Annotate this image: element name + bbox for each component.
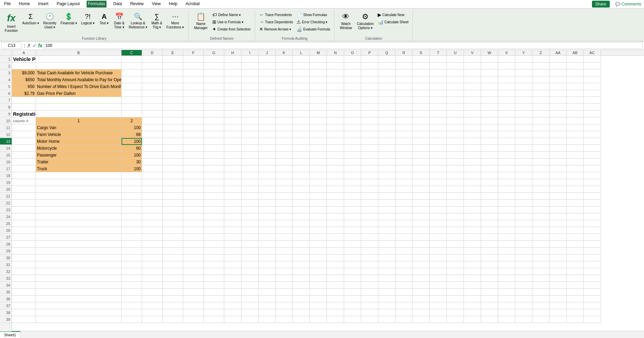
cell-AA29[interactable]: [550, 248, 567, 254]
cell-R36[interactable]: [395, 296, 413, 302]
cell-A28[interactable]: [12, 241, 36, 248]
cell-A2[interactable]: [12, 63, 36, 70]
row-num-7[interactable]: 7: [0, 97, 12, 104]
cell-G21[interactable]: [204, 193, 224, 200]
cell-S27[interactable]: [413, 234, 430, 241]
cell-AB11[interactable]: [567, 124, 584, 131]
cell-G37[interactable]: [204, 302, 224, 309]
cell-S36[interactable]: [413, 296, 430, 302]
cell-S15[interactable]: [413, 152, 430, 159]
cell-J26[interactable]: [258, 227, 276, 234]
cell-L32[interactable]: [293, 268, 310, 275]
cell-D9[interactable]: [142, 111, 163, 117]
cell-C1[interactable]: [122, 56, 142, 63]
cell-E8[interactable]: [163, 104, 183, 111]
cell-P19[interactable]: [361, 179, 378, 186]
cell-Z11[interactable]: [532, 124, 550, 131]
cell-B20[interactable]: [36, 186, 122, 193]
cell-R7[interactable]: [395, 97, 413, 104]
remove-arrows-btn[interactable]: ✕ Remove Arrows ▾: [258, 26, 294, 33]
cell-O5[interactable]: [344, 83, 361, 90]
cell-D14[interactable]: [142, 145, 163, 152]
cell-F37[interactable]: [183, 302, 204, 309]
cell-K20[interactable]: [276, 186, 293, 193]
cell-P31[interactable]: [361, 261, 378, 268]
cell-H22[interactable]: [224, 200, 241, 206]
cell-I27[interactable]: [241, 234, 258, 241]
cell-J25[interactable]: [258, 220, 276, 227]
cell-C32[interactable]: [122, 268, 142, 275]
cell-F14[interactable]: [183, 145, 204, 152]
cell-S38[interactable]: [413, 309, 430, 316]
cell-A29[interactable]: [12, 248, 36, 254]
cell-U8[interactable]: [447, 104, 464, 111]
cell-AC19[interactable]: [584, 179, 601, 186]
cell-X39[interactable]: [498, 316, 515, 323]
cell-P14[interactable]: [361, 145, 378, 152]
cell-T12[interactable]: [430, 131, 447, 138]
cell-E30[interactable]: [163, 254, 183, 261]
cell-M16[interactable]: [310, 159, 327, 165]
cell-Y13[interactable]: [515, 138, 532, 145]
cell-C20[interactable]: [122, 186, 142, 193]
cell-I19[interactable]: [241, 179, 258, 186]
cell-Z34[interactable]: [532, 282, 550, 289]
cell-J8[interactable]: [258, 104, 276, 111]
cell-T25[interactable]: [430, 220, 447, 227]
cell-H23[interactable]: [224, 206, 241, 213]
row-num-16[interactable]: 16: [0, 159, 12, 165]
cell-H21[interactable]: [224, 193, 241, 200]
row-num-33[interactable]: 33: [0, 275, 12, 282]
cell-Q26[interactable]: [378, 227, 395, 234]
cell-K26[interactable]: [276, 227, 293, 234]
col-header-t[interactable]: T: [430, 50, 447, 55]
cell-K9[interactable]: [276, 111, 293, 117]
cell-E14[interactable]: [163, 145, 183, 152]
cell-B22[interactable]: [36, 200, 122, 206]
cell-D35[interactable]: [142, 289, 163, 296]
cell-T10[interactable]: [430, 117, 447, 124]
cell-AB21[interactable]: [567, 193, 584, 200]
cell-Z26[interactable]: [532, 227, 550, 234]
cell-L29[interactable]: [293, 248, 310, 254]
cell-T28[interactable]: [430, 241, 447, 248]
cell-S21[interactable]: [413, 193, 430, 200]
cell-Q6[interactable]: [378, 90, 395, 97]
cell-AB27[interactable]: [567, 234, 584, 241]
cell-R27[interactable]: [395, 234, 413, 241]
row-num-29[interactable]: 29: [0, 248, 12, 254]
cell-M28[interactable]: [310, 241, 327, 248]
cell-S25[interactable]: [413, 220, 430, 227]
cell-F4[interactable]: [183, 76, 204, 83]
cell-W12[interactable]: [481, 131, 498, 138]
cell-J5[interactable]: [258, 83, 276, 90]
cell-J9[interactable]: [258, 111, 276, 117]
cell-J10[interactable]: [258, 117, 276, 124]
menu-file[interactable]: File: [3, 1, 12, 8]
menu-review[interactable]: Review: [129, 1, 145, 8]
cell-S14[interactable]: [413, 145, 430, 152]
cell-U32[interactable]: [447, 268, 464, 275]
cell-AC27[interactable]: [584, 234, 601, 241]
cell-R8[interactable]: [395, 104, 413, 111]
cell-H4[interactable]: [224, 76, 241, 83]
cell-L7[interactable]: [293, 97, 310, 104]
cell-Z10[interactable]: [532, 117, 550, 124]
cell-C17[interactable]: 100: [122, 165, 142, 172]
cell-A37[interactable]: [12, 302, 36, 309]
cell-Q35[interactable]: [378, 289, 395, 296]
cell-I30[interactable]: [241, 254, 258, 261]
cell-P15[interactable]: [361, 152, 378, 159]
cell-F39[interactable]: [183, 316, 204, 323]
cell-J7[interactable]: [258, 97, 276, 104]
cell-AC15[interactable]: [584, 152, 601, 159]
cell-L24[interactable]: [293, 213, 310, 220]
cell-D24[interactable]: [142, 213, 163, 220]
show-formulas-btn[interactable]: 📄 Show Formulas: [295, 11, 331, 18]
cell-F12[interactable]: [183, 131, 204, 138]
cell-Z4[interactable]: [532, 76, 550, 83]
row-num-27[interactable]: 27: [0, 234, 12, 241]
cell-V15[interactable]: [464, 152, 481, 159]
cell-N25[interactable]: [327, 220, 344, 227]
cell-M20[interactable]: [310, 186, 327, 193]
